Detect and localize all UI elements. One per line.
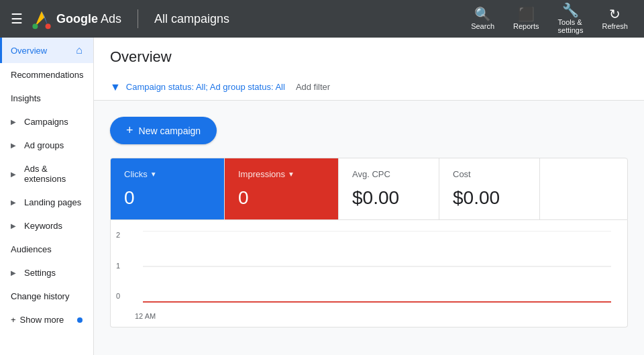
tools-label: Tools &settings xyxy=(558,18,584,34)
chevron-icon: ▶ xyxy=(11,142,16,149)
sidebar-item-change-history[interactable]: Change history xyxy=(0,285,93,308)
top-navigation: ☰ Google Ads All campaigns 🔍 Search ⬛ Re… xyxy=(0,0,644,38)
reports-label: Reports xyxy=(513,22,539,30)
chevron-icon: ▶ xyxy=(11,199,16,206)
sidebar-item-landing-pages[interactable]: ▶ Landing pages xyxy=(0,191,93,214)
refresh-icon: ↻ xyxy=(609,7,621,21)
y-label-0: 0 xyxy=(116,292,120,300)
sidebar-item-label: Recommendations xyxy=(11,70,83,80)
plus-icon: + xyxy=(11,315,16,325)
sidebar-item-label: Landing pages xyxy=(24,197,81,207)
cost-value: $0.00 xyxy=(453,187,526,209)
content-body: + New campaign Clicks ▼ 0 Impressions ▼ xyxy=(94,101,644,355)
sidebar-item-ad-groups[interactable]: ▶ Ad groups xyxy=(0,134,93,157)
show-more-button[interactable]: + Show more xyxy=(0,308,93,332)
nav-title: All campaigns xyxy=(154,12,229,26)
tools-icon: 🔧 xyxy=(562,3,579,17)
dropdown-arrow-icon[interactable]: ▼ xyxy=(288,170,294,178)
dropdown-arrow-icon[interactable]: ▼ xyxy=(150,170,157,178)
sidebar-item-label: Ads & extensions xyxy=(24,164,83,184)
chevron-icon: ▶ xyxy=(11,118,16,125)
avg-cpc-value: $0.00 xyxy=(352,187,425,209)
filter-bar: ▼ Campaign status: All; Ad group status:… xyxy=(110,74,628,100)
avg-cpc-metric-card: Avg. CPC $0.00 xyxy=(339,158,439,219)
avg-cpc-label: Avg. CPC xyxy=(352,169,425,179)
show-more-label: Show more xyxy=(20,315,64,325)
search-nav-button[interactable]: 🔍 Search xyxy=(463,3,502,34)
new-campaign-button[interactable]: + New campaign xyxy=(110,117,217,144)
chart-area: 2 1 0 12 AM xyxy=(110,220,628,327)
nav-left: ☰ Google Ads All campaigns xyxy=(8,8,463,30)
chevron-icon: ▶ xyxy=(11,222,16,230)
logo-svg xyxy=(31,8,52,30)
content-header: Overview ▼ Campaign status: All; Ad grou… xyxy=(94,38,644,101)
main-content: Overview ▼ Campaign status: All; Ad grou… xyxy=(94,38,644,355)
page-title: Overview xyxy=(110,48,628,66)
sidebar-item-label: Settings xyxy=(24,268,56,278)
refresh-label: Refresh xyxy=(602,22,628,30)
sidebar-item-label: Keywords xyxy=(24,221,62,231)
sidebar-item-ads-extensions[interactable]: ▶ Ads & extensions xyxy=(0,157,93,191)
chart-x-label: 12 AM xyxy=(135,312,156,320)
tools-settings-nav-button[interactable]: 🔧 Tools &settings xyxy=(550,0,592,38)
filter-status-text[interactable]: Campaign status: All; Ad group status: A… xyxy=(126,82,285,92)
logo-text: Google Ads xyxy=(56,12,121,26)
impressions-label: Impressions ▼ xyxy=(238,169,325,179)
reports-nav-button[interactable]: ⬛ Reports xyxy=(505,3,547,34)
main-layout: Overview ⌂ Recommendations Insights ▶ Ca… xyxy=(0,38,644,355)
sidebar-item-recommendations[interactable]: Recommendations xyxy=(0,63,93,87)
sidebar-item-overview[interactable]: Overview ⌂ xyxy=(0,38,93,63)
hamburger-menu-icon[interactable]: ☰ xyxy=(8,8,25,30)
sidebar-item-settings[interactable]: ▶ Settings xyxy=(0,261,93,285)
clicks-value: 0 xyxy=(124,187,211,209)
notification-dot xyxy=(77,317,83,323)
y-label-2: 2 xyxy=(116,231,120,239)
sidebar-item-keywords[interactable]: ▶ Keywords xyxy=(0,214,93,238)
chart-y-axis: 2 1 0 xyxy=(116,231,120,300)
clicks-metric-card: Clicks ▼ 0 xyxy=(111,158,225,219)
google-ads-logo: Google Ads xyxy=(31,8,121,30)
plus-icon: + xyxy=(126,123,133,138)
home-icon: ⌂ xyxy=(76,44,83,56)
clicks-label: Clicks ▼ xyxy=(124,169,211,179)
sidebar-item-label: Audiences xyxy=(11,244,52,254)
nav-right: 🔍 Search ⬛ Reports 🔧 Tools &settings ↻ R… xyxy=(463,0,636,38)
cost-label: Cost xyxy=(453,169,526,179)
chart-svg xyxy=(143,231,611,316)
new-campaign-label: New campaign xyxy=(139,125,201,136)
sidebar-item-label: Campaigns xyxy=(24,117,68,127)
add-filter-button[interactable]: Add filter xyxy=(290,79,335,95)
cost-metric-card: Cost $0.00 xyxy=(439,158,540,219)
sidebar-item-label: Overview xyxy=(11,46,47,56)
svg-point-4 xyxy=(46,23,51,29)
sidebar: Overview ⌂ Recommendations Insights ▶ Ca… xyxy=(0,38,94,355)
sidebar-item-label: Insights xyxy=(11,93,41,103)
refresh-nav-button[interactable]: ↻ Refresh xyxy=(594,3,636,34)
sidebar-item-label: Change history xyxy=(11,291,69,301)
y-label-1: 1 xyxy=(116,262,120,270)
sidebar-item-insights[interactable]: Insights xyxy=(0,87,93,110)
chevron-icon: ▶ xyxy=(11,269,16,276)
impressions-metric-card: Impressions ▼ 0 xyxy=(225,158,339,219)
search-label: Search xyxy=(471,22,494,30)
metrics-row: Clicks ▼ 0 Impressions ▼ 0 Avg. CPC xyxy=(110,158,628,220)
sidebar-item-campaigns[interactable]: ▶ Campaigns xyxy=(0,110,93,134)
filter-icon: ▼ xyxy=(110,81,121,93)
nav-divider xyxy=(138,9,138,28)
sidebar-item-label: Ad groups xyxy=(24,140,64,150)
sidebar-item-audiences[interactable]: Audiences xyxy=(0,238,93,261)
impressions-value: 0 xyxy=(238,187,325,209)
chevron-icon: ▶ xyxy=(11,170,16,178)
svg-point-3 xyxy=(32,23,38,29)
reports-icon: ⬛ xyxy=(518,7,535,21)
search-icon: 🔍 xyxy=(474,7,491,21)
